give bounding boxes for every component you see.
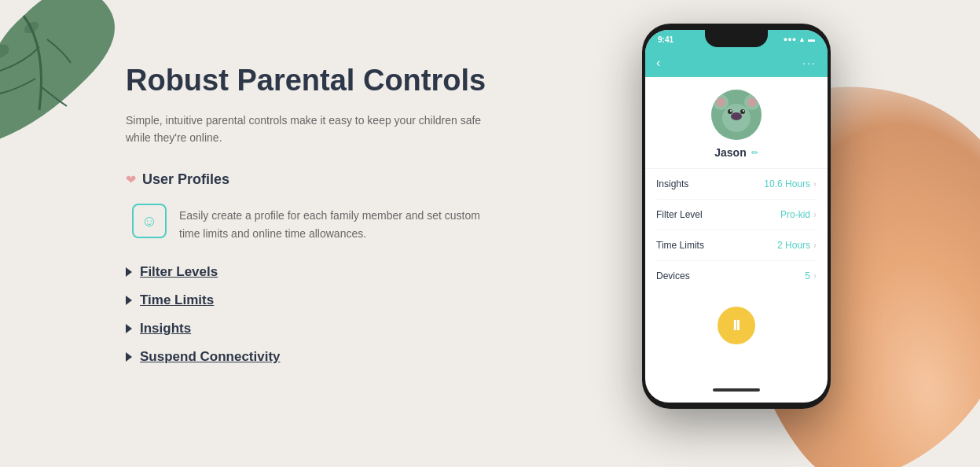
nav-link-item-suspend[interactable]: Suspend Connectivity <box>126 349 503 365</box>
section-header: ❤ User Profiles <box>126 171 503 188</box>
more-options-button[interactable]: ··· <box>802 57 817 69</box>
phone-notch <box>705 30 768 47</box>
phone-frame: 9:41 ●●● ▲ ▬ ‹ ··· <box>642 24 831 409</box>
edit-profile-icon[interactable]: ✏ <box>751 148 758 158</box>
time-limits-link[interactable]: Time Limits <box>140 292 214 308</box>
arrow-icon <box>126 296 132 305</box>
arrow-icon <box>126 324 132 333</box>
nav-link-item-time-limits[interactable]: Time Limits <box>126 292 503 308</box>
filter-level-value: Pro-kid <box>780 209 810 220</box>
profile-section: Jason ✏ <box>645 77 828 169</box>
chevron-icon: › <box>813 209 817 220</box>
svg-point-11 <box>730 110 732 112</box>
back-button[interactable]: ‹ <box>656 56 660 70</box>
profile-desc-text: Easily create a profile for each family … <box>179 204 503 242</box>
menu-item-time-limits[interactable]: Time Limits 2 Hours › <box>656 230 817 261</box>
page-title: Robust Parental Controls <box>126 63 503 99</box>
arrow-icon <box>126 267 132 277</box>
subtitle: Simple, intuitive parental controls make… <box>126 112 503 147</box>
svg-point-12 <box>743 110 744 112</box>
svg-point-6 <box>747 97 757 107</box>
pause-icon: ⏸ <box>729 318 743 334</box>
suspend-connectivity-link[interactable]: Suspend Connectivity <box>140 349 281 365</box>
chevron-icon: › <box>813 270 817 281</box>
filter-levels-link[interactable]: Filter Levels <box>140 264 218 280</box>
status-time: 9:41 <box>658 35 674 44</box>
devices-label: Devices <box>656 270 690 281</box>
left-content: Robust Parental Controls Simple, intuiti… <box>126 63 503 365</box>
app-header: ‹ ··· <box>645 49 828 77</box>
profile-description: ☺ Easily create a profile for each famil… <box>126 204 503 242</box>
wifi-icon: ▲ <box>798 35 806 43</box>
insights-value: 10.6 Hours <box>764 178 810 189</box>
home-indicator <box>713 388 760 392</box>
profile-name-row: Jason ✏ <box>714 146 758 159</box>
phone-showcase: 9:41 ●●● ▲ ▬ ‹ ··· <box>493 0 980 467</box>
chevron-icon: › <box>813 240 817 251</box>
arrow-icon <box>126 352 132 362</box>
svg-point-9 <box>728 109 732 114</box>
nav-link-item-insights[interactable]: Insights <box>126 321 503 336</box>
status-icons: ●●● ▲ ▬ <box>784 35 815 43</box>
svg-point-5 <box>716 97 725 107</box>
time-limits-right: 2 Hours › <box>777 240 817 251</box>
chevron-icon: › <box>813 178 817 189</box>
smiley-icon: ☺ <box>132 204 167 238</box>
menu-list: Insights 10.6 Hours › Filter Level Pro-k… <box>645 169 828 291</box>
devices-right: 5 › <box>805 270 817 281</box>
heart-icon: ❤ <box>126 172 136 187</box>
nav-links-list: Filter Levels Time Limits Insights Suspe… <box>126 264 503 365</box>
time-limits-value: 2 Hours <box>777 240 810 251</box>
signal-icon: ●●● <box>784 35 796 43</box>
section-title: User Profiles <box>142 171 229 188</box>
nav-link-item-filter-levels[interactable]: Filter Levels <box>126 264 503 280</box>
time-limits-label: Time Limits <box>656 240 704 251</box>
menu-item-insights[interactable]: Insights 10.6 Hours › <box>656 169 817 200</box>
filter-level-label: Filter Level <box>656 209 703 220</box>
devices-value: 5 <box>805 270 810 281</box>
insights-label: Insights <box>656 178 688 189</box>
avatar <box>711 90 762 140</box>
svg-point-10 <box>740 109 745 114</box>
phone-screen: 9:41 ●●● ▲ ▬ ‹ ··· <box>645 30 828 403</box>
insights-link[interactable]: Insights <box>140 321 191 336</box>
battery-icon: ▬ <box>808 35 815 43</box>
svg-point-8 <box>731 112 742 120</box>
profile-name: Jason <box>714 146 746 159</box>
menu-item-filter-level[interactable]: Filter Level Pro-kid › <box>656 200 817 230</box>
leaf-decoration <box>0 0 118 157</box>
menu-item-devices[interactable]: Devices 5 › <box>656 261 817 291</box>
pause-button-area: ⏸ <box>645 291 828 360</box>
filter-level-right: Pro-kid › <box>780 209 817 220</box>
pause-button[interactable]: ⏸ <box>718 307 755 344</box>
insights-right: 10.6 Hours › <box>764 178 817 189</box>
